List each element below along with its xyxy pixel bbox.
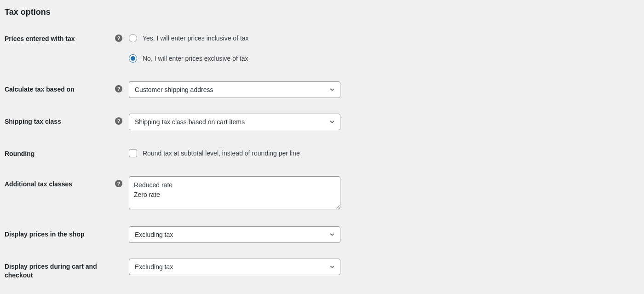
chevron-down-icon (329, 264, 335, 270)
section-title: Tax options (5, 7, 639, 17)
checkbox-rounding[interactable] (129, 149, 137, 157)
select-value: Shipping tax class based on cart items (135, 118, 245, 126)
help-icon[interactable]: ? (115, 35, 122, 42)
radio-inclusive-label[interactable]: Yes, I will enter prices inclusive of ta… (143, 35, 249, 42)
select-value: Excluding tax (135, 231, 173, 238)
help-placeholder (115, 230, 122, 237)
tax-options-settings: Tax options Prices entered with tax ? Ye… (0, 7, 644, 289)
label-prices-entered-with-tax: Prices entered with tax (5, 31, 115, 43)
select-display-prices-cart-checkout[interactable]: Excluding tax (129, 259, 340, 275)
radio-exclusive[interactable] (129, 54, 137, 63)
chevron-down-icon (329, 231, 335, 238)
label-additional-tax-classes: Additional tax classes (5, 176, 115, 189)
checkbox-rounding-label[interactable]: Round tax at subtotal level, instead of … (143, 150, 300, 157)
row-rounding: Rounding Round tax at subtotal level, in… (5, 146, 639, 161)
row-display-prices-shop: Display prices in the shop Excluding tax (5, 226, 639, 243)
select-value: Customer shipping address (135, 86, 213, 93)
select-shipping-tax-class[interactable]: Shipping tax class based on cart items (129, 114, 340, 130)
row-prices-entered-with-tax: Prices entered with tax ? Yes, I will en… (5, 31, 639, 66)
label-rounding: Rounding (5, 146, 115, 158)
textarea-additional-tax-classes[interactable] (129, 176, 340, 209)
row-shipping-tax-class: Shipping tax class ? Shipping tax class … (5, 114, 639, 130)
help-placeholder (115, 150, 122, 157)
select-calculate-tax-based-on[interactable]: Customer shipping address (129, 81, 340, 98)
help-placeholder (115, 262, 122, 270)
label-calculate-tax-based-on: Calculate tax based on (5, 81, 115, 94)
field-prices-entered-with-tax: Yes, I will enter prices inclusive of ta… (129, 31, 249, 66)
label-display-prices-shop: Display prices in the shop (5, 226, 115, 239)
row-calculate-tax-based-on: Calculate tax based on ? Customer shippi… (5, 81, 639, 98)
help-icon[interactable]: ? (115, 117, 122, 125)
radio-exclusive-label[interactable]: No, I will enter prices exclusive of tax (143, 55, 248, 62)
chevron-down-icon (329, 119, 335, 125)
radio-option-inclusive[interactable]: Yes, I will enter prices inclusive of ta… (129, 31, 249, 46)
checkbox-option-rounding[interactable]: Round tax at subtotal level, instead of … (129, 146, 300, 161)
select-display-prices-shop[interactable]: Excluding tax (129, 226, 340, 243)
radio-option-exclusive[interactable]: No, I will enter prices exclusive of tax (129, 51, 249, 66)
help-icon[interactable]: ? (115, 180, 122, 187)
label-shipping-tax-class: Shipping tax class (5, 114, 115, 126)
help-icon[interactable]: ? (115, 85, 122, 92)
row-additional-tax-classes: Additional tax classes ? (5, 176, 639, 211)
chevron-down-icon (329, 86, 335, 93)
radio-inclusive[interactable] (129, 34, 137, 42)
row-display-prices-cart-checkout: Display prices during cart and checkout … (5, 259, 639, 280)
select-value: Excluding tax (135, 263, 173, 271)
label-display-prices-cart-checkout: Display prices during cart and checkout (5, 259, 115, 280)
